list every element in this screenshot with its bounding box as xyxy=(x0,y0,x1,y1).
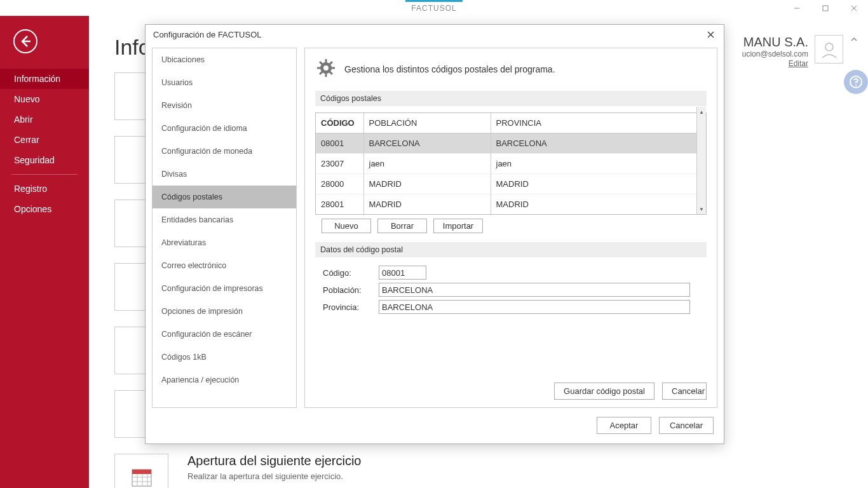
borrar-button[interactable]: Borrar xyxy=(377,219,427,233)
importar-button[interactable]: Importar xyxy=(433,219,483,233)
form-section-label: Datos del código postal xyxy=(315,242,707,257)
config-nav-item[interactable]: Configuración de impresoras xyxy=(153,277,296,300)
table-row[interactable]: 08001BARCELONABARCELONA xyxy=(316,133,706,154)
cancelar-inner-button[interactable]: Cancelar xyxy=(662,383,707,400)
config-nav-item[interactable]: Configuración de moneda xyxy=(153,140,296,163)
nuevo-button[interactable]: Nuevo xyxy=(322,219,371,233)
scroll-down-icon[interactable]: ▼ xyxy=(697,204,706,214)
table-row[interactable]: 23007jaenjaen xyxy=(316,154,706,174)
config-dialog: Configuración de FACTUSOL UbicacionesUsu… xyxy=(145,24,724,444)
config-nav-item[interactable]: Opciones de impresión xyxy=(153,300,296,323)
config-nav-item[interactable]: Códigos postales xyxy=(153,186,296,208)
dialog-close-button[interactable] xyxy=(701,27,720,42)
table-row[interactable]: 28001MADRIDMADRID xyxy=(316,194,706,215)
config-nav-item[interactable]: Configuración de escáner xyxy=(153,323,296,346)
config-nav-item[interactable]: Abreviaturas xyxy=(153,231,296,254)
poblacion-input[interactable] xyxy=(379,283,690,297)
col-provincia[interactable]: PROVINCIA xyxy=(491,113,706,133)
config-nav-item[interactable]: Configuración de idioma xyxy=(153,117,296,140)
config-nav-item[interactable]: Revisión xyxy=(153,94,296,117)
provincia-input[interactable] xyxy=(379,300,690,314)
guardar-button[interactable]: Guardar código postal xyxy=(554,383,654,400)
gear-icon xyxy=(316,58,336,79)
postal-codes-table: CÓDIGO POBLACIÓN PROVINCIA 08001BARCELON… xyxy=(316,113,706,214)
table-row[interactable]: 28000MADRIDMADRID xyxy=(316,174,706,194)
svg-point-28 xyxy=(323,65,329,71)
codigo-label: Código: xyxy=(323,268,374,278)
config-nav-item[interactable]: Entidades bancarias xyxy=(153,208,296,231)
content-header: Gestiona los distintos códigos postales … xyxy=(344,64,555,74)
config-nav-item[interactable]: Códigos 1kB xyxy=(153,346,296,369)
config-nav: UbicacionesUsuariosRevisiónConfiguración… xyxy=(152,48,297,408)
scroll-up-icon[interactable]: ▲ xyxy=(697,107,706,117)
cancelar-button[interactable]: Cancelar xyxy=(659,417,714,434)
config-nav-item[interactable]: Divisas xyxy=(153,163,296,186)
dialog-title: Configuración de FACTUSOL xyxy=(153,30,262,39)
grid-section-label: Códigos postales xyxy=(315,91,707,106)
config-nav-item[interactable]: Apariencia / ejecución xyxy=(153,369,296,391)
table-scrollbar[interactable]: ▲ ▼ xyxy=(696,107,706,214)
provincia-label: Provincia: xyxy=(323,302,374,312)
aceptar-button[interactable]: Aceptar xyxy=(597,417,651,434)
config-nav-item[interactable]: Ubicaciones xyxy=(153,48,296,71)
col-codigo[interactable]: CÓDIGO xyxy=(316,113,363,133)
config-nav-item[interactable]: Usuarios xyxy=(153,71,296,94)
config-nav-item[interactable]: Correo electrónico xyxy=(153,254,296,277)
poblacion-label: Población: xyxy=(323,285,374,295)
codigo-input[interactable] xyxy=(379,266,426,280)
col-poblacion[interactable]: POBLACIÓN xyxy=(363,113,491,133)
